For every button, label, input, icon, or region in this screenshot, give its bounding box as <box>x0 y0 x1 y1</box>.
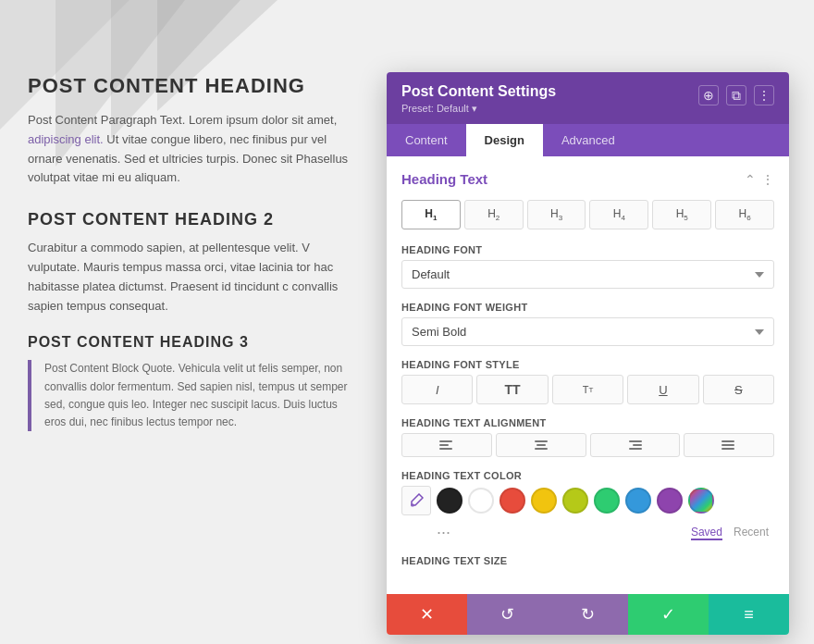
color-swatch-black[interactable] <box>437 488 462 514</box>
section-header: Heading Text ⌃ ⋮ <box>401 171 774 187</box>
align-btn-right[interactable] <box>590 433 681 457</box>
heading-tab-h4[interactable]: H4 <box>589 200 648 229</box>
color-swatch-white[interactable] <box>468 488 494 514</box>
heading-font-weight-group: Heading Font Weight Semi Bold <box>401 302 774 346</box>
footer-confirm-btn[interactable]: ✓ <box>628 594 709 635</box>
color-swatch-yellow-green[interactable] <box>562 488 588 514</box>
heading-tab-h1[interactable]: H1 <box>401 200 461 229</box>
panel-header-right: ⊕ ⧉ ⋮ <box>698 85 774 105</box>
tab-advanced[interactable]: Advanced <box>543 124 634 156</box>
heading-tab-h2[interactable]: H2 <box>464 200 524 229</box>
color-swatch-purple[interactable] <box>657 488 683 514</box>
page-heading-3: POST CONTENT HEADING 3 <box>28 334 361 351</box>
page-heading-2: POST CONTENT HEADING 2 <box>28 210 361 229</box>
section-more-icon[interactable]: ⋮ <box>761 172 774 187</box>
heading-text-color-group: Heading Text Color ··· <box>401 470 774 542</box>
color-swatch-red[interactable] <box>500 488 525 514</box>
panel-icon-target[interactable]: ⊕ <box>698 85 719 105</box>
color-tab-recent[interactable]: Recent <box>734 526 769 540</box>
tab-content[interactable]: Content <box>387 124 466 156</box>
align-btn-justify[interactable] <box>684 433 774 457</box>
blockquote-text: Post Content Block Quote. Vehicula velit… <box>44 360 361 431</box>
heading-text-alignment-group: Heading Text Alignment <box>401 417 774 457</box>
page-content-area: POST CONTENT HEADING Post Content Paragr… <box>0 0 388 457</box>
panel-preset[interactable]: Preset: Default ▾ <box>401 103 556 115</box>
color-swatch-yellow[interactable] <box>531 488 557 514</box>
footer-redo-btn[interactable]: ↻ <box>548 594 628 635</box>
page-para-2: Curabitur a commodo sapien, at pellentes… <box>28 239 361 316</box>
heading-text-size-group: Heading Text Size <box>401 555 774 566</box>
footer-extra-btn[interactable]: ≡ <box>709 594 789 635</box>
color-row <box>401 486 774 515</box>
heading-text-alignment-label: Heading Text Alignment <box>401 417 774 428</box>
footer-cancel-btn[interactable]: ✕ <box>387 594 467 635</box>
brush-icon <box>409 493 424 508</box>
color-tab-saved[interactable]: Saved <box>691 526 722 540</box>
heading-font-label: Heading Font <box>401 244 774 255</box>
panel-body: Heading Text ⌃ ⋮ H1 H2 H3 H4 H5 H6 Headi… <box>387 156 789 594</box>
heading-font-weight-label: Heading Font Weight <box>401 302 774 313</box>
panel-footer: ✕ ↺ ↻ ✓ ≡ <box>387 594 789 635</box>
heading-font-style-group: Heading Font Style I TT TT U S <box>401 359 774 404</box>
color-tabs: Saved Recent <box>691 526 769 540</box>
panel-title: Post Content Settings <box>401 83 556 100</box>
heading-text-color-label: Heading Text Color <box>401 470 774 481</box>
color-more-btn[interactable]: ··· <box>437 523 450 542</box>
panel-tabs: Content Design Advanced <box>387 124 789 156</box>
style-btn-strikethrough[interactable]: S <box>703 375 774 404</box>
heading-tab-h5[interactable]: H5 <box>652 200 711 229</box>
align-btn-left[interactable] <box>401 433 492 457</box>
heading-font-select[interactable]: Default <box>401 260 774 289</box>
blockquote-section: Post Content Block Quote. Vehicula velit… <box>28 360 361 431</box>
heading-tab-h6[interactable]: H6 <box>715 200 774 229</box>
settings-panel: Post Content Settings Preset: Default ▾ … <box>387 72 789 635</box>
style-btn-italic[interactable]: I <box>401 375 473 404</box>
page-heading-1: POST CONTENT HEADING <box>28 74 361 98</box>
heading-font-style-label: Heading Font Style <box>401 359 774 370</box>
svg-point-4 <box>411 503 414 507</box>
panel-icon-more[interactable]: ⋮ <box>754 85 774 105</box>
heading-tabs: H1 H2 H3 H4 H5 H6 <box>401 200 774 229</box>
heading-font-group: Heading Font Default <box>401 244 774 289</box>
style-btn-bold[interactable]: TT <box>476 375 548 404</box>
footer-undo-btn[interactable]: ↺ <box>467 594 548 635</box>
color-swatch-blue[interactable] <box>625 488 651 514</box>
section-header-icons: ⌃ ⋮ <box>745 172 774 187</box>
style-btn-underline[interactable]: U <box>627 375 698 404</box>
panel-header-left: Post Content Settings Preset: Default ▾ <box>401 83 556 115</box>
align-btn-center[interactable] <box>496 433 586 457</box>
section-collapse-icon[interactable]: ⌃ <box>745 172 756 187</box>
alignment-buttons-row <box>401 433 774 457</box>
color-picker-btn[interactable] <box>401 486 431 515</box>
heading-tab-h3[interactable]: H3 <box>527 200 586 229</box>
panel-header: Post Content Settings Preset: Default ▾ … <box>387 72 789 124</box>
heading-text-size-label: Heading Text Size <box>401 555 774 566</box>
color-swatch-green[interactable] <box>594 488 620 514</box>
style-btn-small-caps[interactable]: TT <box>552 375 623 404</box>
color-swatch-gradient[interactable] <box>688 488 714 514</box>
section-title: Heading Text <box>401 171 487 187</box>
page-para-1: Post Content Paragraph Text. Lorem ipsum… <box>28 111 361 188</box>
tab-design[interactable]: Design <box>466 124 543 156</box>
page-link[interactable]: adipiscing elit. <box>28 132 104 146</box>
style-buttons-row: I TT TT U S <box>401 375 774 404</box>
heading-font-weight-select[interactable]: Semi Bold <box>401 317 774 346</box>
panel-icon-grid[interactable]: ⧉ <box>726 85 746 105</box>
